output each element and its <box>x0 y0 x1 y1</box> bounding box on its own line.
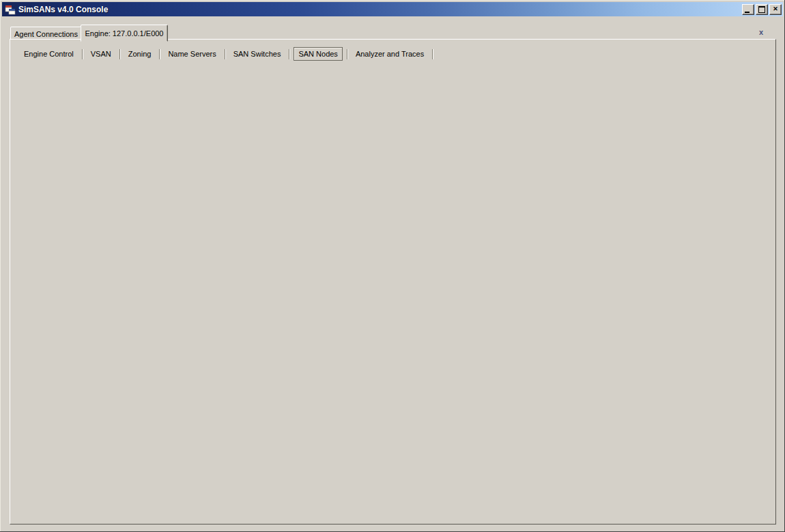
window-title: SimSANs v4.0 Console <box>18 5 108 14</box>
engine-tab-page <box>10 39 776 524</box>
minimize-button[interactable] <box>742 4 754 15</box>
subtab-separator <box>159 49 160 59</box>
subtab-engine-control[interactable]: Engine Control <box>17 47 81 61</box>
close-button[interactable]: ✕ <box>769 4 782 15</box>
subtab-separator <box>119 49 120 59</box>
subtab-san-nodes[interactable]: SAN Nodes <box>294 47 342 61</box>
subtab-separator <box>289 49 289 59</box>
close-icon: ✕ <box>770 5 781 14</box>
maximize-icon <box>758 6 765 13</box>
tab-engine[interactable]: Engine: 127.0.0.1/E000 <box>81 25 168 42</box>
subtab-separator <box>432 49 433 59</box>
subtab-separator <box>82 49 83 59</box>
maximize-button[interactable] <box>756 4 768 15</box>
app-icon <box>5 4 16 15</box>
engine-subtab-bar: Engine ControlVSANZoningName ServersSAN … <box>17 46 434 62</box>
subtab-separator <box>225 49 225 59</box>
subtab-name-servers[interactable]: Name Servers <box>161 47 223 61</box>
subtab-vsan[interactable]: VSAN <box>84 47 118 61</box>
title-bar: SimSANs v4.0 Console ✕ <box>2 2 783 16</box>
subtab-separator <box>347 49 347 59</box>
minimize-icon <box>745 12 750 13</box>
subtab-zoning[interactable]: Zoning <box>122 47 158 61</box>
tab-close-button[interactable]: x <box>756 27 766 37</box>
subtab-san-switches[interactable]: SAN Switches <box>227 47 288 61</box>
subtab-analyzer-and-traces[interactable]: Analyzer and Traces <box>349 47 431 61</box>
app-window: SimSANs v4.0 Console ✕ Agent Connections… <box>0 0 785 532</box>
